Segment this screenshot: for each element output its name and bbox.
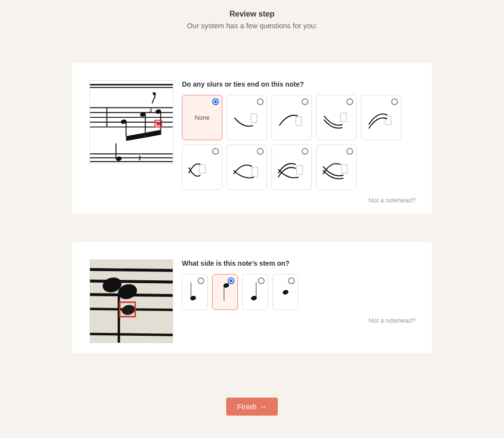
option-stem-down-left[interactable] (212, 274, 238, 310)
radio-icon (212, 98, 219, 105)
note-stem-icon (190, 281, 200, 303)
question-card-1: ♯ 𝄽 Do any slurs or ties end on this not… (72, 63, 432, 214)
slur-icon (277, 103, 306, 132)
option-no-stem[interactable] (272, 274, 298, 310)
svg-rect-32 (90, 260, 173, 343)
svg-rect-25 (296, 117, 302, 126)
finish-button-label: Finish (237, 402, 256, 411)
slur-icon (277, 153, 306, 182)
svg-rect-24 (251, 114, 257, 123)
option-stem-up-right[interactable] (242, 274, 268, 310)
svg-rect-28 (199, 164, 205, 173)
option-slur-single-below[interactable] (227, 95, 267, 140)
music-fragment-icon (90, 260, 173, 343)
slur-icon (233, 153, 262, 182)
question-card-2: What side is this note's stem on? (72, 242, 432, 353)
option-slur-double-above[interactable] (361, 95, 401, 140)
option-slur-single-above[interactable] (271, 95, 312, 140)
option-slur-mixed-a[interactable] (227, 145, 267, 190)
slur-icon (322, 153, 351, 182)
option-slur-triple-b[interactable] (316, 145, 357, 190)
svg-rect-26 (341, 113, 346, 122)
svg-rect-27 (385, 116, 391, 125)
svg-line-33 (90, 270, 173, 271)
svg-rect-17 (156, 122, 160, 126)
question-1-text: Do any slurs or ties end on this note? (182, 80, 415, 88)
option-none-label: None (195, 114, 210, 121)
slur-icon (367, 103, 396, 132)
music-fragment-icon: ♯ 𝄽 (90, 81, 173, 164)
not-notehead-link[interactable]: Not a notehead? (182, 197, 415, 204)
svg-rect-30 (297, 165, 303, 174)
svg-point-2 (153, 92, 156, 95)
slur-icon (233, 103, 262, 132)
note-stem-icon (250, 281, 261, 303)
not-notehead-link[interactable]: Not a notehead? (182, 317, 415, 324)
option-slur-triple-a[interactable] (271, 145, 312, 190)
svg-rect-29 (252, 167, 258, 176)
page-subtitle: Our system has a few questions for you: (0, 21, 504, 30)
question-2-text: What side is this note's stem on? (182, 259, 415, 267)
slur-icon (322, 103, 351, 132)
slur-icon (188, 153, 217, 182)
option-slur-above-below[interactable] (182, 145, 222, 190)
note-head-icon (280, 281, 291, 303)
page-title: Review step (0, 10, 504, 18)
option-slur-double-below[interactable] (316, 95, 357, 140)
note-thumbnail-2 (90, 259, 173, 343)
svg-point-21 (115, 156, 122, 162)
svg-rect-31 (342, 164, 347, 173)
svg-line-34 (90, 281, 173, 282)
arrow-right-icon: → (260, 402, 267, 411)
option-none[interactable]: None (182, 95, 222, 140)
svg-line-37 (90, 334, 173, 335)
note-thumbnail-1: ♯ 𝄽 (90, 80, 173, 164)
option-stem-up-left[interactable] (182, 274, 208, 310)
note-stem-icon (220, 281, 231, 303)
svg-text:♯: ♯ (149, 107, 153, 115)
finish-button[interactable]: Finish → (226, 398, 277, 416)
